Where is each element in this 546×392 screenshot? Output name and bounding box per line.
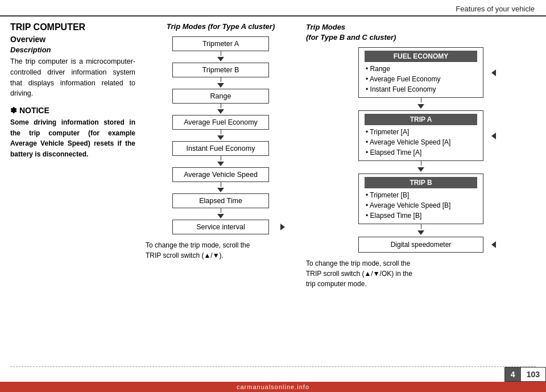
- digital-speedometer-box: Digital speedometer: [358, 237, 483, 253]
- right-arrowhead: [280, 224, 285, 230]
- right-title-line2: (for Type B and C cluster): [306, 33, 396, 42]
- notice-title: ✽ NOTICE: [10, 106, 135, 115]
- right-column: Trip Modes (for Type B and C cluster) FU…: [300, 22, 536, 289]
- connector-4: [221, 130, 221, 134]
- mid-caption-line1: To change the trip mode, scroll the: [146, 241, 250, 249]
- page-number: 103: [521, 368, 545, 381]
- carmanual-text: carmanualsonline.info: [237, 383, 309, 390]
- arrow-6: [217, 188, 224, 192]
- trip-a-list: Tripmeter [A] Average Vehicle Speed [A] …: [365, 127, 477, 158]
- bc-connector-2: [421, 161, 421, 166]
- trip-a-arrowhead: [491, 133, 496, 139]
- trip-a-header: TRIP A: [365, 114, 477, 125]
- section-title: TRIP COMPUTER: [10, 22, 135, 32]
- arrow-3: [217, 109, 224, 114]
- arrow-2: [217, 83, 224, 88]
- digital-speedometer-wrapper: Digital speedometer: [358, 237, 483, 253]
- description-label: Description: [10, 46, 135, 54]
- trip-a-left-arrow: [491, 133, 496, 139]
- connector-7: [221, 208, 221, 213]
- fuel-economy-list: Range Average Fuel Economy Instant Fuel …: [365, 64, 477, 94]
- service-interval-wrapper: Service interval: [172, 220, 269, 234]
- connector-5: [221, 156, 221, 160]
- description-text: The trip computer is a microcomputer-con…: [10, 56, 135, 99]
- trip-a-item-3: Elapsed Time [A]: [366, 147, 477, 158]
- bc-arrow-2: [417, 167, 424, 172]
- arrow-1: [217, 57, 224, 61]
- page-header: Features of your vehicle: [0, 0, 546, 16]
- connector-1: [221, 51, 221, 56]
- right-col-title: Trip Modes (for Type B and C cluster): [306, 22, 536, 43]
- right-caption: To change the trip mode, scroll the TRIP…: [306, 258, 536, 289]
- page-footer: 4 103 carmanualsonline.info: [0, 366, 546, 392]
- footer-content: 4 103: [0, 367, 546, 382]
- digital-speedometer-text: Digital speedometer: [391, 241, 452, 249]
- trip-a-wrapper: TRIP A Tripmeter [A] Average Vehicle Spe…: [358, 110, 483, 161]
- carmanual-bar: carmanualsonline.info: [0, 382, 546, 392]
- right-arrow-indicator: [280, 224, 285, 230]
- page-chapter: 4: [505, 368, 521, 381]
- trip-b-header: TRIP B: [365, 177, 477, 188]
- bc-connector-1: [421, 98, 421, 102]
- trip-a-item-2: Average Vehicle Speed [A]: [366, 137, 477, 147]
- bc-arrow-3: [417, 230, 424, 235]
- middle-column: Trip Modes (for Type A cluster) Tripmete…: [141, 22, 300, 289]
- page-number-box: 4 103: [504, 367, 546, 382]
- mid-caption: To change the trip mode, scroll the TRIP…: [146, 240, 296, 261]
- fuel-economy-item-1: Range: [366, 64, 477, 74]
- mid-caption-line2: TRIP scroll switch (▲/▼).: [146, 251, 224, 259]
- arrow-5: [217, 162, 224, 166]
- flow-box-instant-fuel: Instant Fuel Economy: [172, 141, 269, 156]
- flow-box-avg-speed: Average Vehicle Speed: [172, 167, 269, 182]
- flow-box-elapsed: Elapsed Time: [172, 193, 269, 208]
- fuel-economy-item-3: Instant Fuel Economy: [366, 84, 477, 94]
- trip-a-box: TRIP A Tripmeter [A] Average Vehicle Spe…: [358, 110, 483, 161]
- flow-wrapper-tripmeter-a: Tripmeter A: [172, 36, 269, 51]
- flow-diagram-a: Tripmeter A Tripmeter B Range Average Fu…: [146, 36, 296, 234]
- notice-block: ✽ NOTICE Some driving information stored…: [10, 106, 135, 159]
- right-caption-line2: TRIP scroll switch (▲/▼/OK) in the: [306, 270, 412, 278]
- bc-arrow-1: [417, 104, 424, 109]
- fuel-economy-header: FUEL ECONOMY: [365, 51, 477, 62]
- flow-box-tripmeter-b: Tripmeter B: [172, 63, 269, 77]
- trip-b-list: Tripmeter [B] Average Vehicle Speed [B] …: [365, 190, 477, 221]
- header-title: Features of your vehicle: [456, 5, 535, 13]
- main-content: TRIP COMPUTER Overview Description The t…: [0, 16, 546, 289]
- arrow-7: [217, 214, 224, 218]
- right-title-line1: Trip Modes: [306, 23, 345, 31]
- arrow-4: [217, 135, 224, 140]
- connector-3: [221, 104, 221, 108]
- trip-b-box: TRIP B Tripmeter [B] Average Vehicle Spe…: [358, 174, 483, 224]
- connector-6: [221, 182, 221, 187]
- fuel-economy-item-2: Average Fuel Economy: [366, 74, 477, 84]
- type-bc-diagram: FUEL ECONOMY Range Average Fuel Economy …: [306, 47, 536, 253]
- trip-b-item-1: Tripmeter [B]: [366, 190, 477, 200]
- trip-b-item-3: Elapsed Time [B]: [366, 211, 477, 221]
- right-caption-line3: trip computer mode.: [306, 280, 367, 288]
- flow-box-tripmeter-a: Tripmeter A: [172, 36, 269, 51]
- fuel-economy-wrapper: FUEL ECONOMY Range Average Fuel Economy …: [358, 47, 483, 98]
- fuel-left-arrowhead: [491, 69, 496, 76]
- digital-arrowhead: [491, 241, 496, 248]
- digital-left-arrow: [491, 241, 496, 248]
- fuel-left-arrow: [491, 69, 496, 76]
- fuel-economy-box: FUEL ECONOMY Range Average Fuel Economy …: [358, 47, 483, 98]
- subsection-title: Overview: [10, 35, 135, 44]
- right-caption-line1: To change the trip mode, scroll the: [306, 259, 410, 267]
- mid-col-title: Trip Modes (for Type A cluster): [146, 22, 296, 31]
- trip-b-item-2: Average Vehicle Speed [B]: [366, 200, 477, 211]
- flow-box-avg-fuel: Average Fuel Economy: [172, 115, 269, 130]
- trip-a-item-1: Tripmeter [A]: [366, 127, 477, 137]
- bc-connector-3: [421, 224, 421, 229]
- left-column: TRIP COMPUTER Overview Description The t…: [10, 22, 141, 289]
- trip-b-wrapper: TRIP B Tripmeter [B] Average Vehicle Spe…: [358, 174, 483, 224]
- flow-box-range: Range: [172, 89, 269, 104]
- notice-text: Some driving information stored in the t…: [10, 117, 135, 159]
- flow-box-service: Service interval: [172, 220, 269, 234]
- connector-2: [221, 77, 221, 82]
